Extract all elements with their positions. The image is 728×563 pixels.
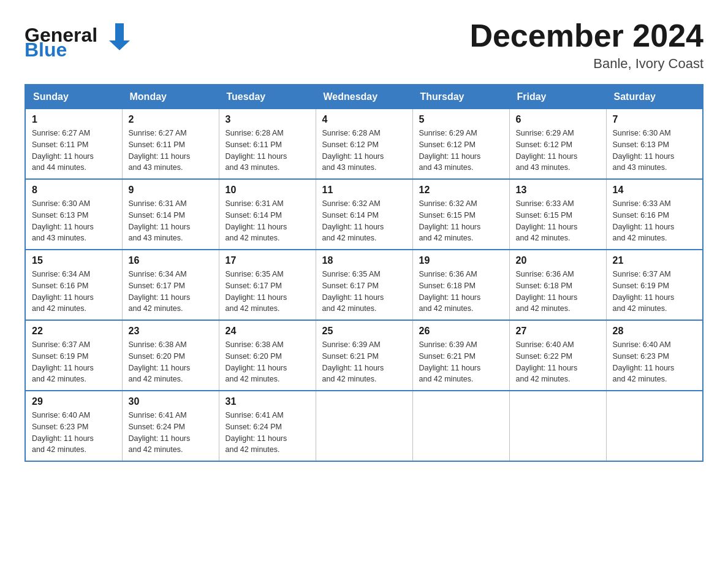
day-number: 4 xyxy=(322,114,406,125)
calendar-week-row: 22 Sunrise: 6:37 AMSunset: 6:19 PMDaylig… xyxy=(25,320,703,391)
day-number: 13 xyxy=(516,185,600,196)
day-number: 3 xyxy=(226,114,309,125)
table-row: 20 Sunrise: 6:36 AMSunset: 6:18 PMDaylig… xyxy=(509,250,606,320)
day-number: 27 xyxy=(516,326,600,337)
day-number: 2 xyxy=(129,114,213,125)
table-row: 15 Sunrise: 6:34 AMSunset: 6:16 PMDaylig… xyxy=(25,250,122,320)
table-row: 23 Sunrise: 6:38 AMSunset: 6:20 PMDaylig… xyxy=(122,320,219,391)
day-number: 20 xyxy=(516,255,600,266)
day-info: Sunrise: 6:33 AMSunset: 6:16 PMDaylight:… xyxy=(613,199,675,242)
month-title: December 2024 xyxy=(469,18,703,53)
table-row: 21 Sunrise: 6:37 AMSunset: 6:19 PMDaylig… xyxy=(606,250,703,320)
day-number: 23 xyxy=(129,326,213,337)
day-number: 10 xyxy=(226,185,309,196)
day-number: 14 xyxy=(613,185,697,196)
logo-svg: General Blue xyxy=(25,18,135,58)
day-info: Sunrise: 6:40 AMSunset: 6:23 PMDaylight:… xyxy=(32,411,94,454)
table-row: 30 Sunrise: 6:41 AMSunset: 6:24 PMDaylig… xyxy=(122,391,219,461)
calendar-header-row: Sunday Monday Tuesday Wednesday Thursday… xyxy=(25,85,703,109)
title-area: December 2024 Banle, Ivory Coast xyxy=(469,18,703,72)
day-info: Sunrise: 6:30 AMSunset: 6:13 PMDaylight:… xyxy=(613,129,675,172)
logo-icon: General Blue xyxy=(25,18,135,58)
day-info: Sunrise: 6:32 AMSunset: 6:15 PMDaylight:… xyxy=(419,199,481,242)
table-row: 14 Sunrise: 6:33 AMSunset: 6:16 PMDaylig… xyxy=(606,179,703,250)
table-row xyxy=(606,391,703,461)
table-row: 5 Sunrise: 6:29 AMSunset: 6:12 PMDayligh… xyxy=(412,109,509,180)
calendar-week-row: 15 Sunrise: 6:34 AMSunset: 6:16 PMDaylig… xyxy=(25,250,703,320)
calendar-week-row: 1 Sunrise: 6:27 AMSunset: 6:11 PMDayligh… xyxy=(25,109,703,180)
day-info: Sunrise: 6:34 AMSunset: 6:16 PMDaylight:… xyxy=(32,270,94,313)
day-number: 22 xyxy=(32,326,116,337)
table-row: 31 Sunrise: 6:41 AMSunset: 6:24 PMDaylig… xyxy=(219,391,316,461)
day-number: 6 xyxy=(516,114,600,125)
table-row: 27 Sunrise: 6:40 AMSunset: 6:22 PMDaylig… xyxy=(509,320,606,391)
table-row: 22 Sunrise: 6:37 AMSunset: 6:19 PMDaylig… xyxy=(25,320,122,391)
day-number: 15 xyxy=(32,255,116,266)
day-number: 19 xyxy=(419,255,503,266)
day-info: Sunrise: 6:38 AMSunset: 6:20 PMDaylight:… xyxy=(129,340,191,383)
day-number: 1 xyxy=(32,114,116,125)
day-number: 5 xyxy=(419,114,503,125)
svg-text:Blue: Blue xyxy=(25,39,67,58)
day-number: 24 xyxy=(226,326,309,337)
day-info: Sunrise: 6:36 AMSunset: 6:18 PMDaylight:… xyxy=(419,270,481,313)
table-row: 29 Sunrise: 6:40 AMSunset: 6:23 PMDaylig… xyxy=(25,391,122,461)
day-info: Sunrise: 6:30 AMSunset: 6:13 PMDaylight:… xyxy=(32,199,94,242)
header-thursday: Thursday xyxy=(412,85,509,109)
calendar-table: Sunday Monday Tuesday Wednesday Thursday… xyxy=(25,84,703,462)
day-info: Sunrise: 6:29 AMSunset: 6:12 PMDaylight:… xyxy=(419,129,481,172)
day-number: 29 xyxy=(32,396,116,407)
day-number: 30 xyxy=(129,396,213,407)
table-row: 3 Sunrise: 6:28 AMSunset: 6:11 PMDayligh… xyxy=(219,109,316,180)
day-info: Sunrise: 6:35 AMSunset: 6:17 PMDaylight:… xyxy=(226,270,287,313)
day-info: Sunrise: 6:27 AMSunset: 6:11 PMDaylight:… xyxy=(129,129,191,172)
table-row: 18 Sunrise: 6:35 AMSunset: 6:17 PMDaylig… xyxy=(316,250,412,320)
day-info: Sunrise: 6:39 AMSunset: 6:21 PMDaylight:… xyxy=(322,340,384,383)
day-info: Sunrise: 6:40 AMSunset: 6:23 PMDaylight:… xyxy=(613,340,675,383)
header-friday: Friday xyxy=(509,85,606,109)
table-row: 6 Sunrise: 6:29 AMSunset: 6:12 PMDayligh… xyxy=(509,109,606,180)
table-row: 1 Sunrise: 6:27 AMSunset: 6:11 PMDayligh… xyxy=(25,109,122,180)
page-header: General Blue December 2024 Banle, Ivory … xyxy=(25,18,703,72)
day-info: Sunrise: 6:33 AMSunset: 6:15 PMDaylight:… xyxy=(516,199,578,242)
day-number: 7 xyxy=(613,114,697,125)
day-info: Sunrise: 6:27 AMSunset: 6:11 PMDaylight:… xyxy=(32,129,94,172)
day-info: Sunrise: 6:29 AMSunset: 6:12 PMDaylight:… xyxy=(516,129,578,172)
day-info: Sunrise: 6:38 AMSunset: 6:20 PMDaylight:… xyxy=(226,340,287,383)
day-number: 21 xyxy=(613,255,697,266)
table-row xyxy=(412,391,509,461)
header-sunday: Sunday xyxy=(25,85,122,109)
table-row: 12 Sunrise: 6:32 AMSunset: 6:15 PMDaylig… xyxy=(412,179,509,250)
table-row xyxy=(316,391,412,461)
day-number: 16 xyxy=(129,255,213,266)
table-row: 25 Sunrise: 6:39 AMSunset: 6:21 PMDaylig… xyxy=(316,320,412,391)
svg-marker-1 xyxy=(109,23,130,50)
day-info: Sunrise: 6:31 AMSunset: 6:14 PMDaylight:… xyxy=(226,199,287,242)
day-info: Sunrise: 6:34 AMSunset: 6:17 PMDaylight:… xyxy=(129,270,191,313)
day-info: Sunrise: 6:31 AMSunset: 6:14 PMDaylight:… xyxy=(129,199,191,242)
header-saturday: Saturday xyxy=(606,85,703,109)
day-number: 17 xyxy=(226,255,309,266)
table-row: 26 Sunrise: 6:39 AMSunset: 6:21 PMDaylig… xyxy=(412,320,509,391)
day-info: Sunrise: 6:37 AMSunset: 6:19 PMDaylight:… xyxy=(32,340,94,383)
header-wednesday: Wednesday xyxy=(316,85,412,109)
table-row: 24 Sunrise: 6:38 AMSunset: 6:20 PMDaylig… xyxy=(219,320,316,391)
table-row: 9 Sunrise: 6:31 AMSunset: 6:14 PMDayligh… xyxy=(122,179,219,250)
table-row: 17 Sunrise: 6:35 AMSunset: 6:17 PMDaylig… xyxy=(219,250,316,320)
day-info: Sunrise: 6:28 AMSunset: 6:12 PMDaylight:… xyxy=(322,129,384,172)
day-number: 8 xyxy=(32,185,116,196)
day-number: 12 xyxy=(419,185,503,196)
day-number: 31 xyxy=(226,396,309,407)
table-row xyxy=(509,391,606,461)
table-row: 13 Sunrise: 6:33 AMSunset: 6:15 PMDaylig… xyxy=(509,179,606,250)
day-info: Sunrise: 6:39 AMSunset: 6:21 PMDaylight:… xyxy=(419,340,481,383)
day-info: Sunrise: 6:41 AMSunset: 6:24 PMDaylight:… xyxy=(226,411,287,454)
table-row: 19 Sunrise: 6:36 AMSunset: 6:18 PMDaylig… xyxy=(412,250,509,320)
table-row: 2 Sunrise: 6:27 AMSunset: 6:11 PMDayligh… xyxy=(122,109,219,180)
logo: General Blue xyxy=(25,18,135,58)
calendar-week-row: 29 Sunrise: 6:40 AMSunset: 6:23 PMDaylig… xyxy=(25,391,703,461)
day-number: 25 xyxy=(322,326,406,337)
table-row: 4 Sunrise: 6:28 AMSunset: 6:12 PMDayligh… xyxy=(316,109,412,180)
day-info: Sunrise: 6:28 AMSunset: 6:11 PMDaylight:… xyxy=(226,129,287,172)
table-row: 11 Sunrise: 6:32 AMSunset: 6:14 PMDaylig… xyxy=(316,179,412,250)
